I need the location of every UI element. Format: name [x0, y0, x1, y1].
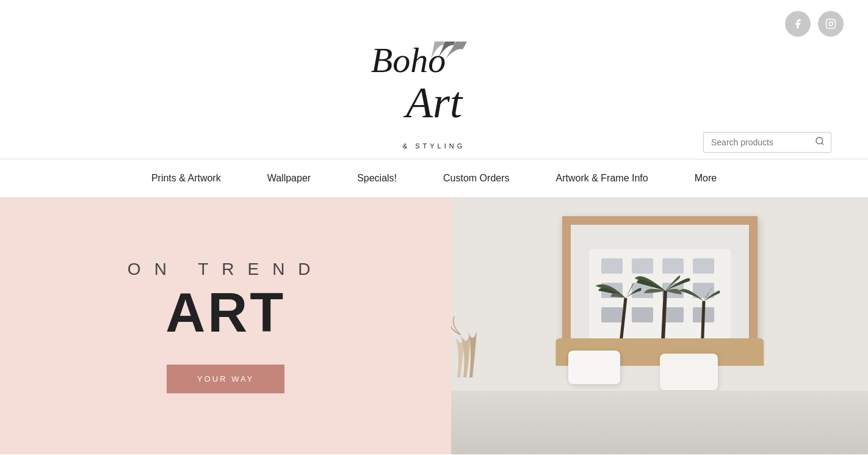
- svg-point-6: [816, 137, 823, 144]
- nav-item-artwork-frame-info[interactable]: Artwork & Frame Info: [533, 159, 671, 197]
- hero-section: ON TREND ART YOUR WAY: [0, 198, 868, 454]
- search-icon[interactable]: [815, 136, 825, 148]
- hero-left-panel: ON TREND ART YOUR WAY: [0, 198, 451, 454]
- svg-rect-17: [601, 307, 623, 322]
- svg-rect-11: [662, 258, 684, 274]
- search-bar[interactable]: [703, 132, 831, 153]
- hero-art-text: ART: [165, 285, 286, 340]
- facebook-icon[interactable]: [785, 11, 811, 37]
- social-bar: [0, 0, 868, 43]
- svg-point-2: [833, 21, 834, 22]
- bed-base: [451, 357, 868, 454]
- hero-your-way-button[interactable]: YOUR WAY: [167, 365, 284, 393]
- svg-text:& STYLING: & STYLING: [403, 142, 465, 150]
- svg-rect-10: [632, 258, 653, 274]
- search-input[interactable]: [711, 137, 815, 147]
- hero-right-panel: [451, 198, 868, 454]
- frame-inner: [571, 225, 749, 354]
- main-nav: Prints & Artwork Wallpaper Specials! Cus…: [0, 159, 868, 198]
- nav-items: Prints & Artwork Wallpaper Specials! Cus…: [128, 159, 740, 197]
- pillow-right: [660, 354, 718, 390]
- svg-rect-9: [601, 258, 623, 274]
- nav-item-prints-artwork[interactable]: Prints & Artwork: [128, 159, 244, 197]
- svg-rect-12: [693, 258, 714, 274]
- nav-item-specials[interactable]: Specials!: [334, 159, 420, 197]
- nav-item-custom-orders[interactable]: Custom Orders: [420, 159, 532, 197]
- svg-rect-0: [826, 20, 836, 29]
- nav-item-wallpaper[interactable]: Wallpaper: [244, 159, 334, 197]
- svg-rect-18: [632, 307, 653, 322]
- logo-area: Boho Art & STYLING: [370, 43, 498, 153]
- pampas-grass: [451, 304, 500, 377]
- nav-item-more[interactable]: More: [671, 159, 740, 197]
- svg-point-1: [829, 22, 833, 26]
- hero-on-trend-text: ON TREND: [128, 260, 324, 279]
- bed-sheets: [451, 391, 868, 454]
- header: Boho Art & STYLING: [0, 43, 868, 159]
- instagram-icon[interactable]: [818, 11, 844, 37]
- svg-text:Art: Art: [403, 78, 463, 127]
- pillow-left: [568, 351, 620, 384]
- bedroom-scene: [451, 198, 868, 454]
- logo-wrapper: Boho Art & STYLING: [370, 43, 498, 153]
